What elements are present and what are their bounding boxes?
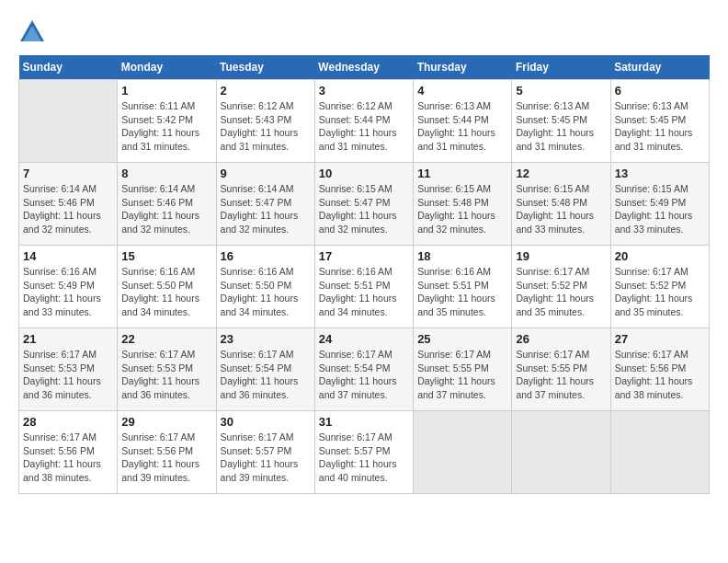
calendar-cell: 14Sunrise: 6:16 AM Sunset: 5:49 PM Dayli… <box>19 246 118 328</box>
day-info: Sunrise: 6:17 AM Sunset: 5:55 PM Dayligh… <box>417 348 507 402</box>
calendar-cell: 17Sunrise: 6:16 AM Sunset: 5:51 PM Dayli… <box>314 246 413 328</box>
day-info: Sunrise: 6:11 AM Sunset: 5:42 PM Dayligh… <box>121 99 211 154</box>
day-of-week-header: Thursday <box>414 55 512 80</box>
day-number: 4 <box>417 84 507 98</box>
day-info: Sunrise: 6:17 AM Sunset: 5:52 PM Dayligh… <box>516 265 606 319</box>
day-of-week-header: Tuesday <box>216 55 314 80</box>
day-info: Sunrise: 6:15 AM Sunset: 5:49 PM Dayligh… <box>615 182 705 236</box>
day-info: Sunrise: 6:15 AM Sunset: 5:48 PM Dayligh… <box>516 182 606 236</box>
day-number: 3 <box>319 84 409 98</box>
calendar-cell: 3Sunrise: 6:12 AM Sunset: 5:44 PM Daylig… <box>314 80 413 163</box>
day-number: 30 <box>221 415 311 429</box>
calendar-week-row: 7Sunrise: 6:14 AM Sunset: 5:46 PM Daylig… <box>19 163 710 246</box>
day-of-week-header: Friday <box>512 55 610 80</box>
day-number: 12 <box>516 167 606 180</box>
day-info: Sunrise: 6:17 AM Sunset: 5:56 PM Dayligh… <box>121 431 211 485</box>
calendar-cell: 25Sunrise: 6:17 AM Sunset: 5:55 PM Dayli… <box>414 328 512 411</box>
day-number: 22 <box>121 332 211 346</box>
day-info: Sunrise: 6:16 AM Sunset: 5:50 PM Dayligh… <box>121 265 211 319</box>
calendar-cell <box>19 80 118 163</box>
calendar-cell: 20Sunrise: 6:17 AM Sunset: 5:52 PM Dayli… <box>610 246 709 328</box>
day-number: 9 <box>221 167 311 180</box>
day-info: Sunrise: 6:13 AM Sunset: 5:45 PM Dayligh… <box>516 99 606 154</box>
day-info: Sunrise: 6:17 AM Sunset: 5:53 PM Dayligh… <box>23 348 113 402</box>
calendar-cell: 10Sunrise: 6:15 AM Sunset: 5:47 PM Dayli… <box>314 163 413 246</box>
day-info: Sunrise: 6:14 AM Sunset: 5:47 PM Dayligh… <box>221 182 311 236</box>
day-info: Sunrise: 6:17 AM Sunset: 5:54 PM Dayligh… <box>221 348 311 402</box>
day-info: Sunrise: 6:16 AM Sunset: 5:51 PM Dayligh… <box>319 265 409 319</box>
day-info: Sunrise: 6:12 AM Sunset: 5:43 PM Dayligh… <box>221 99 311 154</box>
day-info: Sunrise: 6:17 AM Sunset: 5:55 PM Dayligh… <box>516 348 606 402</box>
calendar-cell: 4Sunrise: 6:13 AM Sunset: 5:44 PM Daylig… <box>414 80 512 163</box>
day-info: Sunrise: 6:17 AM Sunset: 5:54 PM Dayligh… <box>319 348 409 402</box>
calendar-cell: 8Sunrise: 6:14 AM Sunset: 5:46 PM Daylig… <box>118 163 216 246</box>
calendar-cell: 27Sunrise: 6:17 AM Sunset: 5:56 PM Dayli… <box>610 328 709 411</box>
day-info: Sunrise: 6:12 AM Sunset: 5:44 PM Dayligh… <box>319 99 409 154</box>
day-info: Sunrise: 6:14 AM Sunset: 5:46 PM Dayligh… <box>23 182 113 236</box>
day-number: 8 <box>121 167 211 180</box>
page-header <box>18 18 710 46</box>
calendar-cell: 29Sunrise: 6:17 AM Sunset: 5:56 PM Dayli… <box>118 411 216 494</box>
calendar-week-row: 14Sunrise: 6:16 AM Sunset: 5:49 PM Dayli… <box>19 246 710 328</box>
calendar-cell: 24Sunrise: 6:17 AM Sunset: 5:54 PM Dayli… <box>314 328 413 411</box>
day-number: 7 <box>23 167 113 180</box>
day-number: 24 <box>319 332 409 346</box>
day-number: 10 <box>319 167 409 180</box>
calendar-cell: 19Sunrise: 6:17 AM Sunset: 5:52 PM Dayli… <box>512 246 610 328</box>
day-number: 16 <box>221 249 311 263</box>
day-info: Sunrise: 6:17 AM Sunset: 5:53 PM Dayligh… <box>121 348 211 402</box>
day-of-week-header: Wednesday <box>314 55 413 80</box>
calendar-cell: 1Sunrise: 6:11 AM Sunset: 5:42 PM Daylig… <box>118 80 216 163</box>
calendar-header-row: SundayMondayTuesdayWednesdayThursdayFrid… <box>19 55 710 80</box>
day-info: Sunrise: 6:13 AM Sunset: 5:44 PM Dayligh… <box>417 99 507 154</box>
day-of-week-header: Monday <box>118 55 216 80</box>
day-of-week-header: Sunday <box>19 55 118 80</box>
day-of-week-header: Saturday <box>610 55 709 80</box>
day-info: Sunrise: 6:15 AM Sunset: 5:48 PM Dayligh… <box>417 182 507 236</box>
day-info: Sunrise: 6:17 AM Sunset: 5:57 PM Dayligh… <box>221 431 311 485</box>
calendar-cell: 16Sunrise: 6:16 AM Sunset: 5:50 PM Dayli… <box>216 246 314 328</box>
day-number: 2 <box>221 84 311 98</box>
day-number: 25 <box>417 332 507 346</box>
day-number: 28 <box>23 415 113 429</box>
calendar-cell: 23Sunrise: 6:17 AM Sunset: 5:54 PM Dayli… <box>216 328 314 411</box>
calendar-week-row: 21Sunrise: 6:17 AM Sunset: 5:53 PM Dayli… <box>19 328 710 411</box>
calendar-cell: 6Sunrise: 6:13 AM Sunset: 5:45 PM Daylig… <box>610 80 709 163</box>
day-number: 27 <box>615 332 705 346</box>
day-info: Sunrise: 6:15 AM Sunset: 5:47 PM Dayligh… <box>319 182 409 236</box>
day-info: Sunrise: 6:14 AM Sunset: 5:46 PM Dayligh… <box>121 182 211 236</box>
calendar-cell: 26Sunrise: 6:17 AM Sunset: 5:55 PM Dayli… <box>512 328 610 411</box>
day-number: 19 <box>516 249 606 263</box>
day-number: 23 <box>221 332 311 346</box>
day-number: 29 <box>121 415 211 429</box>
calendar-cell <box>610 411 709 494</box>
day-number: 1 <box>121 84 211 98</box>
calendar-cell: 15Sunrise: 6:16 AM Sunset: 5:50 PM Dayli… <box>118 246 216 328</box>
day-number: 20 <box>615 249 705 263</box>
day-info: Sunrise: 6:16 AM Sunset: 5:50 PM Dayligh… <box>221 265 311 319</box>
calendar-table: SundayMondayTuesdayWednesdayThursdayFrid… <box>18 55 710 494</box>
calendar-cell: 9Sunrise: 6:14 AM Sunset: 5:47 PM Daylig… <box>216 163 314 246</box>
day-number: 5 <box>516 84 606 98</box>
day-number: 6 <box>615 84 705 98</box>
day-info: Sunrise: 6:17 AM Sunset: 5:56 PM Dayligh… <box>23 431 113 485</box>
calendar-cell: 31Sunrise: 6:17 AM Sunset: 5:57 PM Dayli… <box>314 411 413 494</box>
calendar-cell: 7Sunrise: 6:14 AM Sunset: 5:46 PM Daylig… <box>19 163 118 246</box>
calendar-cell <box>414 411 512 494</box>
day-number: 26 <box>516 332 606 346</box>
calendar-cell <box>512 411 610 494</box>
day-number: 17 <box>319 249 409 263</box>
calendar-cell: 21Sunrise: 6:17 AM Sunset: 5:53 PM Dayli… <box>19 328 118 411</box>
day-number: 15 <box>121 249 211 263</box>
calendar-cell: 28Sunrise: 6:17 AM Sunset: 5:56 PM Dayli… <box>19 411 118 494</box>
calendar-cell: 30Sunrise: 6:17 AM Sunset: 5:57 PM Dayli… <box>216 411 314 494</box>
day-info: Sunrise: 6:17 AM Sunset: 5:52 PM Dayligh… <box>615 265 705 319</box>
day-number: 31 <box>319 415 409 429</box>
calendar-cell: 13Sunrise: 6:15 AM Sunset: 5:49 PM Dayli… <box>610 163 709 246</box>
calendar-cell: 5Sunrise: 6:13 AM Sunset: 5:45 PM Daylig… <box>512 80 610 163</box>
calendar-cell: 18Sunrise: 6:16 AM Sunset: 5:51 PM Dayli… <box>414 246 512 328</box>
day-info: Sunrise: 6:17 AM Sunset: 5:57 PM Dayligh… <box>319 431 409 485</box>
day-info: Sunrise: 6:13 AM Sunset: 5:45 PM Dayligh… <box>615 99 705 154</box>
day-info: Sunrise: 6:16 AM Sunset: 5:49 PM Dayligh… <box>23 265 113 319</box>
calendar-cell: 22Sunrise: 6:17 AM Sunset: 5:53 PM Dayli… <box>118 328 216 411</box>
